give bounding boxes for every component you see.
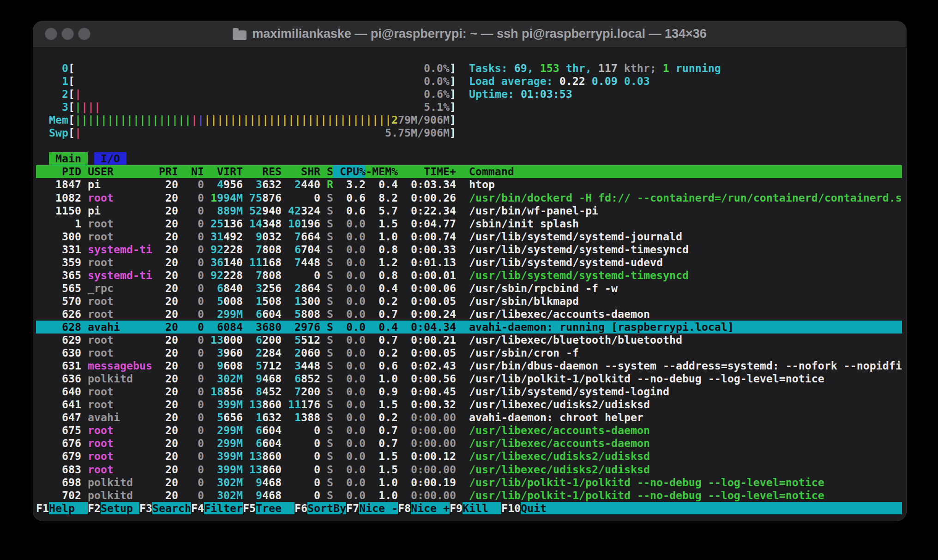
text-run	[81, 321, 88, 333]
pid-cell: 331	[36, 243, 81, 256]
text-run: 3	[217, 346, 223, 359]
process-row-640[interactable]: 640 root 20 0 18856 8452 7200 S 0.0 0.9 …	[36, 385, 902, 398]
fkey-f9[interactable]: F9Kill	[450, 502, 501, 514]
meter-bar-segment: |	[198, 113, 204, 126]
fkey-f8[interactable]: F8Nice +	[398, 502, 450, 514]
text-run	[81, 269, 88, 281]
text-run	[204, 437, 217, 449]
text-run	[366, 334, 372, 346]
text-run	[101, 101, 424, 113]
process-row-675[interactable]: 675 root 20 0 299M 6604 0 S 0.0 0.7 0:00…	[36, 424, 902, 437]
time-cell: 0:00.74	[398, 230, 456, 243]
text-run	[282, 372, 295, 385]
process-row-300[interactable]: 300 root 20 0 31492 9032 7664 S 0.0 1.0 …	[36, 230, 902, 243]
window-titlebar[interactable]: maximiliankaske — pi@raspberrypi: ~ — ss…	[33, 21, 907, 48]
fkey-f2[interactable]: F2Setup	[88, 502, 139, 514]
process-row-679[interactable]: 679 root 20 0 399M 13860 0 S 0.0 1.5 0:0…	[36, 450, 902, 463]
fkey-f1[interactable]: F1Help	[36, 502, 88, 514]
text-run: 008	[223, 295, 243, 307]
process-row-641[interactable]: 641 root 20 0 399M 13860 11176 S 0.0 1.5…	[36, 398, 902, 411]
text-run	[204, 308, 217, 320]
text-run	[282, 424, 314, 436]
process-row-630[interactable]: 630 root 20 0 3960 2284 2060 S 0.0 0.2 0…	[36, 346, 902, 359]
text-run	[456, 398, 469, 411]
pri-cell: 20	[152, 230, 178, 243]
text-run: 492	[223, 230, 243, 243]
text-run	[456, 191, 469, 204]
text-run	[243, 411, 256, 423]
text-run	[243, 295, 256, 307]
tab-main[interactable]: Main	[49, 152, 88, 165]
time-cell: 0:00.00	[398, 437, 456, 449]
process-row-631[interactable]: 631 messagebus 20 0 9608 5712 3448 S 0.0…	[36, 359, 902, 372]
zoom-button[interactable]	[78, 28, 90, 40]
command-cell: /usr/bin/wf-panel-pi	[469, 204, 598, 217]
process-row-647[interactable]: 647 avahi 20 0 5656 1632 1388 S 0.0 0.2 …	[36, 411, 902, 424]
time-cell: 0:00.19	[398, 476, 456, 489]
cpu-cell: 0.0	[333, 385, 366, 398]
text-run: 3	[295, 359, 301, 372]
ni-cell: 0	[178, 269, 204, 281]
text-run: 299M	[217, 437, 243, 449]
process-row-683[interactable]: 683 root 20 0 399M 13860 0 S 0.0 1.5 0:0…	[36, 463, 902, 476]
text-run	[243, 230, 256, 243]
mem-cell: 8.2	[372, 191, 398, 204]
process-row-1[interactable]: 1 root 20 0 25136 14348 10196 S 0.0 1.5 …	[36, 217, 902, 230]
fkey-f5[interactable]: F5Tree	[243, 502, 295, 514]
process-row-626[interactable]: 626 root 20 0 299M 6604 5808 S 0.0 0.7 0…	[36, 308, 902, 321]
meter-bracket-close: ]	[450, 113, 456, 126]
ni-cell: 0	[178, 282, 204, 294]
user-cell: root	[88, 230, 152, 243]
process-row-702[interactable]: 702 polkitd 20 0 302M 9468 0 S 0.0 1.0 0…	[36, 489, 902, 502]
close-button[interactable]	[45, 28, 57, 40]
process-row-629[interactable]: 629 root 20 0 13000 6200 5512 S 0.0 0.7 …	[36, 334, 902, 346]
process-row-359[interactable]: 359 root 20 0 36140 11168 7448 S 0.0 1.2…	[36, 256, 902, 269]
text-run: 5	[256, 359, 262, 372]
process-row-365[interactable]: 365 systemd-ti 20 0 92228 7808 0 S 0.0 0…	[36, 269, 902, 282]
text-run: 0.09	[592, 75, 618, 87]
text-run	[282, 476, 314, 489]
fkey-number: F10	[501, 502, 521, 514]
fkey-f7[interactable]: F7Nice -	[346, 502, 398, 514]
cpu-cell: 0.0	[333, 230, 366, 243]
text-run	[81, 282, 88, 294]
mem-cell: 0.2	[372, 346, 398, 359]
text-run	[243, 321, 256, 333]
process-row-676[interactable]: 676 root 20 0 299M 6604 0 S 0.0 0.7 0:00…	[36, 437, 902, 450]
process-row-636[interactable]: 636 polkitd 20 0 302M 9468 6852 S 0.0 1.…	[36, 372, 902, 385]
process-row-628[interactable]: 628 avahi 20 0 6084 3680 2976 S 0.0 0.4 …	[36, 321, 902, 334]
mem-cell: 1.5	[372, 398, 398, 411]
process-row-1150[interactable]: 1150 pi 20 0 889M 52940 42324 S 0.6 5.7 …	[36, 204, 902, 217]
process-row-698[interactable]: 698 polkitd 20 0 302M 9468 0 S 0.0 1.0 0…	[36, 476, 902, 489]
text-run	[243, 359, 256, 372]
fkey-f10[interactable]: F10Quit	[501, 502, 559, 514]
tab-io[interactable]: I/O	[94, 152, 126, 165]
minimize-button[interactable]	[61, 28, 74, 40]
text-run: 2	[295, 178, 301, 191]
cpu-cell: 0.0	[333, 269, 366, 281]
text-run	[204, 191, 210, 204]
process-row-1847[interactable]: 1847 pi 20 0 4956 3632 2440 R 3.2 0.4 0:…	[36, 178, 902, 191]
fkey-f3[interactable]: F3Search	[139, 502, 191, 514]
text-run: 808	[262, 243, 282, 256]
fkey-f4[interactable]: F4Filter	[191, 502, 243, 514]
time-cell: 0:00.00	[398, 411, 456, 423]
fkey-f6[interactable]: F6SortBy	[295, 502, 346, 514]
table-header[interactable]: PID USER PRI NI VIRT RES SHR S CPU%-MEM%…	[36, 165, 902, 178]
process-row-1082[interactable]: 1082 root 20 0 1994M 75876 0 S 0.6 8.2 0…	[36, 191, 902, 204]
process-row-570[interactable]: 570 root 20 0 5008 1508 1300 S 0.0 0.2 0…	[36, 295, 902, 308]
text-run: 348	[262, 217, 282, 230]
text-run: 52	[249, 204, 262, 217]
text-run	[204, 476, 217, 489]
process-row-565[interactable]: 565 _rpc 20 0 6840 3256 2864 S 0.0 0.4 0…	[36, 282, 902, 295]
cpu-meter-3: 3[|||| 5.1%]	[36, 101, 902, 113]
text-run	[585, 75, 592, 87]
process-row-331[interactable]: 331 systemd-ti 20 0 92228 7808 6704 S 0.…	[36, 243, 902, 256]
state-cell: S	[320, 243, 333, 256]
mem-cell: 0.7	[372, 334, 398, 346]
pid-cell: 631	[36, 359, 81, 372]
meter-bracket-open: [	[68, 88, 75, 100]
text-run	[243, 489, 256, 501]
text-run: 140	[223, 256, 243, 268]
meter-value: 5.75M/906M	[385, 126, 450, 139]
